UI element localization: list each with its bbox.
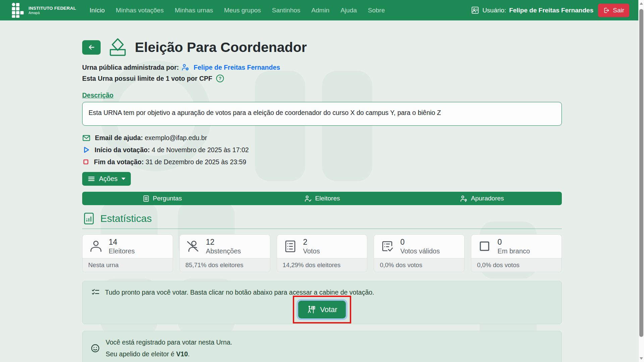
start-date-row: Início da votação: 4 de Novembro de 2025… — [82, 146, 562, 154]
stat-card-em-branco: 0 Em branco 0,0% dos votos — [471, 234, 562, 272]
stat-card-votos: 2 Votos 14,29% dos eleitores — [277, 234, 368, 272]
stat-label: Abstenções — [206, 247, 241, 255]
stat-footer: 14,29% dos eleitores — [277, 258, 367, 272]
play-icon — [82, 146, 90, 154]
svg-text:?: ? — [219, 76, 222, 81]
stat-label: Em branco — [497, 247, 530, 255]
vertical-scrollbar — [638, 0, 644, 362]
user-info: Usuário: Felipe de Freitas Fernandes — [471, 6, 593, 14]
user-label: Usuário: — [482, 7, 506, 14]
brand-name: INSTITUTO FEDERAL — [29, 6, 76, 11]
tab-perguntas-label: Perguntas — [153, 195, 182, 202]
tab-eleitores[interactable]: Eleitores — [242, 192, 402, 205]
admin-label: Urna pública administrada por: — [82, 64, 179, 71]
start-label: Início da votação: — [95, 146, 150, 154]
nav-item-minhas-urnas[interactable]: Minhas urnas — [175, 7, 213, 14]
stat-value: 12 — [206, 238, 241, 246]
person-check-icon — [304, 195, 312, 202]
help-question-icon[interactable]: ? — [216, 74, 224, 83]
end-label: Fim da votação: — [94, 158, 144, 166]
person-icon — [88, 239, 103, 254]
tab-perguntas[interactable]: Perguntas — [82, 192, 242, 205]
back-arrow-icon — [88, 43, 96, 51]
stat-value: 0 — [400, 238, 440, 246]
stat-value: 14 — [109, 238, 135, 246]
votar-button[interactable]: Votar — [298, 301, 345, 318]
stat-footer: 85,71% dos eleitores — [180, 258, 270, 272]
page-title: Eleição Para Coordenador — [135, 40, 307, 55]
help-email-row: Email de ajuda: exemplo@ifap.edu.br — [82, 134, 562, 142]
stat-card-votos-validos: 0 Votos válidos 0,0% dos votos — [374, 234, 465, 272]
tab-apuradores[interactable]: Apuradores — [402, 192, 562, 205]
registration-panel: Você está registrado para votar nesta Ur… — [82, 331, 562, 362]
nav-item-santinhos[interactable]: Santinhos — [272, 7, 301, 14]
tab-apuradores-label: Apuradores — [471, 195, 504, 202]
nav-item-sobre[interactable]: Sobre — [368, 7, 385, 14]
caret-down-icon — [121, 178, 125, 180]
email-value: exemplo@ifap.edu.br — [145, 134, 207, 141]
section-tabs-bar: Perguntas Eleitores Apurado — [82, 192, 562, 205]
nav-menu: Início Minhas votações Minhas urnas Meus… — [90, 7, 385, 14]
bar-chart-icon — [82, 212, 96, 225]
logout-icon — [603, 7, 610, 14]
stats-heading: Estatísticas — [100, 213, 152, 224]
description-box: Esta URNA tem por objetivo a apuração de… — [82, 102, 562, 126]
user-badge-icon — [471, 6, 479, 14]
email-label: Email de ajuda: — [95, 134, 143, 141]
cpf-limit-text: Esta Urna possui limite de 1 voto por CP… — [82, 75, 212, 82]
actions-dropdown-button[interactable]: Ações — [82, 172, 131, 186]
blank-square-icon — [477, 239, 492, 254]
stop-icon — [82, 158, 90, 166]
checklist-icon — [91, 288, 100, 297]
registration-line2: Seu apelido de eleitor é V10. — [106, 348, 232, 360]
nav-item-minhas-votacoes[interactable]: Minhas votações — [116, 7, 164, 14]
start-value: 4 de Novembro de 2025 às 17:02 — [152, 146, 249, 154]
nav-item-meus-grupos[interactable]: Meus grupos — [224, 7, 261, 14]
stats-divider — [82, 229, 562, 229]
back-button[interactable] — [82, 40, 101, 55]
top-navbar: INSTITUTO FEDERAL Amapá Início Minhas vo… — [0, 0, 644, 20]
hamburger-icon — [88, 175, 95, 183]
logout-button[interactable]: Sair — [598, 4, 629, 17]
description-text: Esta URNA tem por objetivo a apuração de… — [89, 109, 441, 116]
registration-line1: Você está registrado para votar nesta Ur… — [106, 337, 232, 348]
user-name: Felipe de Freitas Fernandes — [509, 7, 593, 14]
stats-cards: 14 Eleitores Nesta urna 12 Abstenções — [82, 234, 562, 272]
questions-list-icon — [143, 195, 150, 202]
stat-footer: Nesta urna — [83, 258, 173, 272]
admin-user-link[interactable]: Felipe de Freitas Fernandes — [194, 64, 280, 71]
brand-logo[interactable]: INSTITUTO FEDERAL Amapá — [11, 3, 76, 18]
scroll-down-arrow[interactable] — [640, 357, 643, 360]
nav-item-inicio[interactable]: Início — [90, 7, 105, 14]
scroll-up-arrow[interactable] — [640, 2, 643, 5]
stat-label: Votos válidos — [400, 247, 440, 255]
scrollbar-thumb[interactable] — [639, 9, 643, 337]
votar-label: Votar — [320, 305, 337, 314]
stat-label: Votos — [303, 247, 320, 255]
institution-logo-icon — [11, 3, 25, 18]
main-content: Eleição Para Coordenador Urna pública ad… — [82, 20, 562, 362]
end-value: 31 de Dezembro de 2025 às 23:59 — [146, 158, 246, 166]
person-slash-icon — [185, 239, 200, 254]
stat-value: 0 — [497, 238, 530, 246]
person-pin-icon — [460, 195, 468, 202]
logout-label: Sair — [613, 7, 624, 14]
vote-ready-message: Tudo pronto para você votar. Basta clica… — [105, 289, 374, 296]
stat-card-eleitores: 14 Eleitores Nesta urna — [82, 234, 173, 272]
person-booth-icon — [307, 305, 316, 314]
stat-footer: 0,0% dos votos — [374, 258, 464, 272]
brand-campus: Amapá — [29, 11, 76, 15]
end-date-row: Fim da votação: 31 de Dezembro de 2025 à… — [82, 158, 562, 166]
stat-footer: 0,0% dos votos — [471, 258, 561, 272]
stat-card-abstencoes: 12 Abstenções 85,71% dos eleitores — [179, 234, 270, 272]
person-gear-icon — [181, 63, 190, 71]
smiley-icon — [91, 344, 100, 353]
stat-value: 2 — [303, 238, 320, 246]
nav-item-ajuda[interactable]: Ajuda — [340, 7, 357, 14]
nav-item-admin[interactable]: Admin — [311, 7, 329, 14]
description-label: Descrição — [82, 92, 113, 99]
stat-label: Eleitores — [109, 247, 135, 255]
voter-nickname: V10 — [176, 350, 188, 358]
actions-label: Ações — [99, 175, 118, 183]
ballot-list-icon — [283, 239, 298, 254]
